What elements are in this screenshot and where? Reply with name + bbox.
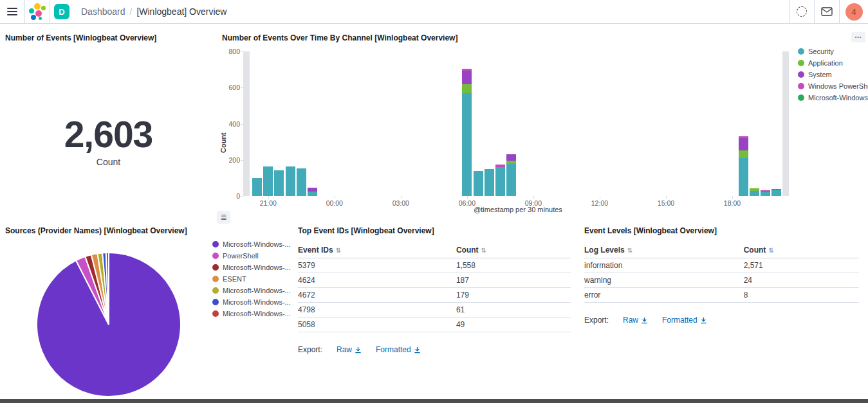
bar-segment[interactable] bbox=[462, 69, 472, 71]
bar-segment[interactable] bbox=[750, 191, 759, 196]
panel-title[interactable]: Number of Events Over Time By Channel [W… bbox=[222, 33, 457, 42]
export-formatted-link[interactable]: Formatted bbox=[662, 316, 707, 325]
data-table: Event IDs⇅Count⇅53791,558462418746721794… bbox=[298, 243, 571, 332]
bar-segment[interactable] bbox=[286, 166, 295, 196]
export-formatted-link[interactable]: Formatted bbox=[376, 345, 421, 354]
breadcrumb-dashboard[interactable]: Dashboard bbox=[81, 6, 125, 17]
table-header-row: Log Levels⇅Count⇅ bbox=[584, 243, 859, 258]
legend-item[interactable]: System bbox=[798, 71, 868, 78]
bar-segment[interactable] bbox=[739, 138, 748, 150]
table-cell: 179 bbox=[456, 291, 571, 300]
panel-title[interactable]: Number of Events [Winlogbeat Overview] bbox=[5, 33, 217, 42]
bar-segment[interactable] bbox=[739, 136, 748, 138]
bar-segment[interactable] bbox=[474, 171, 483, 196]
table-cell: 187 bbox=[456, 276, 571, 285]
sort-icon[interactable]: ⇅ bbox=[481, 247, 486, 254]
bar-segment[interactable] bbox=[495, 167, 505, 196]
table-row: 505849 bbox=[298, 318, 571, 332]
legend-item[interactable]: Windows PowerShell bbox=[798, 82, 868, 90]
legend-item[interactable]: Application bbox=[798, 59, 868, 67]
bar-segment[interactable] bbox=[297, 168, 306, 196]
table-cell: 8 bbox=[744, 291, 859, 300]
legend-item[interactable]: Microsoft-Windows-... bbox=[212, 264, 293, 271]
bar-segment[interactable] bbox=[739, 158, 748, 196]
panel-title[interactable]: Event Levels [Winlogbeat Overview] bbox=[584, 226, 859, 235]
legend-item[interactable]: ESENT bbox=[212, 275, 293, 283]
y-tick-mark bbox=[241, 124, 243, 125]
bar-segment[interactable] bbox=[252, 178, 262, 196]
export-label: Export: bbox=[298, 345, 322, 354]
bar-segment[interactable] bbox=[739, 150, 748, 158]
legend-item[interactable]: Microsoft-Windows-... bbox=[212, 240, 293, 248]
export-raw-link[interactable]: Raw bbox=[623, 316, 648, 325]
menu-icon[interactable] bbox=[0, 0, 24, 23]
bar-segment[interactable] bbox=[495, 165, 505, 167]
column-header[interactable]: Count⇅ bbox=[456, 246, 571, 255]
legend-toggle-button[interactable]: ≣ bbox=[217, 211, 230, 224]
export-raw-link[interactable]: Raw bbox=[337, 345, 362, 354]
table-row: information2,571 bbox=[584, 258, 859, 273]
y-tick-mark bbox=[241, 160, 243, 161]
export-row: Export: Raw Formatted bbox=[298, 345, 571, 354]
export-row: Export: Raw Formatted bbox=[584, 316, 859, 325]
user-avatar[interactable]: 4 bbox=[845, 3, 863, 21]
bar-segment[interactable] bbox=[462, 84, 472, 93]
bar-segment[interactable] bbox=[506, 164, 516, 196]
bar-segment[interactable] bbox=[771, 190, 781, 196]
panel-options-button[interactable]: ••• bbox=[851, 32, 865, 42]
legend-item[interactable]: Microsoft-Windows-... bbox=[212, 310, 293, 318]
table-cell: 49 bbox=[456, 320, 571, 329]
newsfeed-button[interactable] bbox=[815, 0, 839, 23]
legend-item[interactable]: Microsoft-Windows-... bbox=[212, 298, 293, 306]
column-header[interactable]: Log Levels⇅ bbox=[584, 246, 744, 255]
help-button[interactable] bbox=[790, 0, 814, 23]
space-avatar[interactable]: D bbox=[54, 4, 69, 19]
breadcrumb-current: [Winlogbeat] Overview bbox=[136, 6, 226, 17]
panel-title[interactable]: Sources (Provider Names) [Winlogbeat Ove… bbox=[5, 226, 187, 235]
user-menu-button[interactable]: 4 bbox=[840, 0, 868, 23]
legend-label: Microsoft-Windows-... bbox=[223, 310, 291, 318]
space-switcher[interactable]: D bbox=[50, 0, 73, 23]
bar-segment[interactable] bbox=[274, 170, 284, 196]
bar-segment[interactable] bbox=[506, 154, 516, 161]
x-tick-label: 12:00 bbox=[582, 199, 618, 207]
bar-segment[interactable] bbox=[485, 169, 494, 196]
legend-item[interactable]: Microsoft-Windows-... bbox=[212, 287, 293, 294]
bar-segment[interactable] bbox=[462, 93, 472, 196]
x-tick-label: 18:00 bbox=[714, 199, 750, 207]
bar-segment[interactable] bbox=[750, 188, 759, 191]
download-icon bbox=[414, 346, 421, 354]
bar-segment[interactable] bbox=[263, 166, 273, 196]
table-row: error8 bbox=[584, 288, 859, 303]
column-header[interactable]: Event IDs⇅ bbox=[298, 246, 456, 255]
sort-icon[interactable]: ⇅ bbox=[768, 247, 773, 254]
legend-item[interactable]: PowerShell bbox=[212, 252, 293, 260]
panel-title[interactable]: Top Event IDs [Winlogbeat Overview] bbox=[298, 226, 571, 235]
x-tick-mark bbox=[467, 196, 468, 199]
bar-segment[interactable] bbox=[761, 190, 770, 192]
sort-icon[interactable]: ⇅ bbox=[627, 247, 633, 254]
legend-dot bbox=[212, 264, 219, 271]
y-tick-mark bbox=[241, 51, 243, 52]
download-icon bbox=[355, 346, 362, 354]
legend-dot bbox=[212, 276, 219, 282]
panel-top-event-ids: Top Event IDs [Winlogbeat Overview] Even… bbox=[298, 226, 571, 354]
x-tick-label: 03:00 bbox=[383, 199, 419, 207]
legend-item[interactable]: Security bbox=[798, 48, 868, 55]
bar-segment[interactable] bbox=[308, 188, 317, 192]
breadcrumb: Dashboard / [Winlogbeat] Overview bbox=[81, 6, 226, 17]
legend-label: Application bbox=[808, 59, 843, 67]
column-header[interactable]: Count⇅ bbox=[744, 246, 859, 255]
bar-segment[interactable] bbox=[506, 161, 516, 164]
sort-icon[interactable]: ⇅ bbox=[336, 247, 341, 254]
bar-segment[interactable] bbox=[761, 192, 770, 196]
table-cell: 4624 bbox=[298, 276, 456, 285]
top-navigation-bar: D Dashboard / [Winlogbeat] Overview bbox=[0, 0, 868, 24]
elastic-logo[interactable] bbox=[25, 0, 50, 23]
x-tick-mark bbox=[600, 196, 600, 199]
bar-segment[interactable] bbox=[771, 189, 781, 190]
breadcrumb-separator: / bbox=[130, 6, 133, 17]
bar-segment[interactable] bbox=[308, 192, 317, 196]
legend-item[interactable]: Microsoft-Windows-... bbox=[798, 94, 868, 102]
bar-segment[interactable] bbox=[462, 71, 472, 84]
